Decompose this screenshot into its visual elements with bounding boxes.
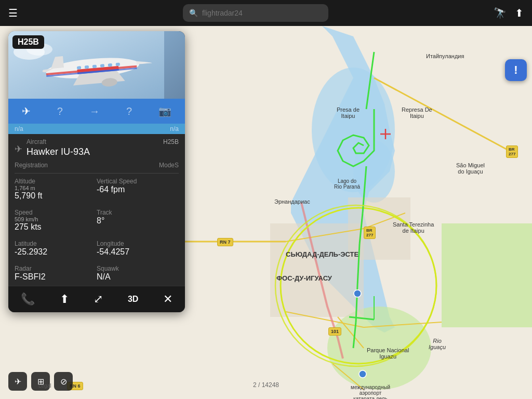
alert-button[interactable]: ! <box>505 59 527 81</box>
map-counter: 2 / 14248 <box>253 381 279 389</box>
filter-button[interactable]: ⊘ <box>54 372 73 391</box>
top-bar-left: ☰ <box>8 7 18 19</box>
tab-question1[interactable]: ? <box>51 103 69 119</box>
map-label-presa-itaipu: Presa deItaipu <box>337 107 360 119</box>
latitude-value: -25.2932 <box>15 247 97 257</box>
registration-label: Registration <box>15 162 48 169</box>
svg-rect-40 <box>108 63 112 67</box>
radar-value: F-SBFI2 <box>15 272 97 282</box>
road-br277-top: BR277 <box>506 145 518 158</box>
speed-kmh: 509 km/h <box>15 216 97 222</box>
top-bar-right: 🔭 ⬆ <box>494 7 524 19</box>
share-panel-icon[interactable]: ⬆ <box>60 292 69 306</box>
speed-cell: Speed 509 km/h 275 kts <box>15 205 97 236</box>
altitude-cell: Altitude 1,764 m 5,790 ft <box>15 174 97 205</box>
tab-route[interactable]: → <box>83 103 106 119</box>
share-icon[interactable]: ⬆ <box>515 7 524 19</box>
aircraft-name: Hawker IU-93A <box>26 147 179 157</box>
tab-airplane[interactable]: ✈ <box>16 103 37 119</box>
longitude-value: -54.4257 <box>97 247 179 257</box>
longitude-cell: Longitude -54.4257 <box>97 236 179 261</box>
svg-rect-41 <box>116 63 120 66</box>
search-bar[interactable]: 🔍 <box>183 4 328 22</box>
search-input[interactable] <box>202 9 322 17</box>
map-label-sao-miguel: São Migueldo Iguaçu <box>456 162 485 175</box>
status-bar: n/a n/a <box>8 124 185 134</box>
altitude-ft: 5,790 ft <box>15 191 97 201</box>
map-label-lago-parana: Lago doRio Paraná <box>334 178 360 190</box>
binoculars-icon[interactable]: 🔭 <box>494 7 507 19</box>
svg-point-27 <box>354 290 361 297</box>
modes-label: ModeS <box>159 162 179 169</box>
latitude-cell: Latitude -25.2932 <box>15 236 97 261</box>
legal-label: Legal <box>38 383 51 389</box>
map-label-represa-itaipu: Represa DeItaipu <box>402 107 432 119</box>
fullscreen-icon[interactable]: ⤢ <box>94 292 103 306</box>
radar-cell: Radar F-SBFI2 <box>15 261 97 286</box>
track-value: 8° <box>97 216 179 225</box>
tab-question2[interactable]: ? <box>120 103 138 119</box>
svg-rect-39 <box>100 64 104 68</box>
panel-bottom-toolbar: 📞 ⬆ ⤢ 3D ✕ <box>8 286 185 312</box>
track-cell: Track 8° <box>97 205 179 236</box>
svg-rect-37 <box>85 65 89 69</box>
speed-kts: 275 kts <box>15 222 97 232</box>
road-br277-mid: BR277 <box>364 227 376 239</box>
map-label-rio-iguazu: RioIguaçu <box>429 338 446 350</box>
plane-code-label: H25B <box>12 35 44 49</box>
3d-button[interactable]: 3D <box>128 295 138 304</box>
search-icon: 🔍 <box>189 9 198 17</box>
aircraft-info: ✈ Aircraft H25B Hawker IU-93A Registrati… <box>8 134 185 173</box>
svg-rect-36 <box>77 66 81 70</box>
map-label-foz: ФОС-ДУ-ИГУАСУ <box>276 274 332 282</box>
map-view-button[interactable]: ✈ <box>8 372 27 391</box>
filter-icon: ⊘ <box>60 377 67 387</box>
svg-point-28 <box>359 370 366 378</box>
map-label-santa-terezinha: Santa Terezinhade Itaipu <box>393 221 434 234</box>
aircraft-side-icon: ✈ <box>15 143 22 155</box>
svg-rect-3 <box>442 223 532 327</box>
map-label-ciudad: СЬЮДАД-ДЕЛЬ-ЭСТЕ <box>286 250 358 258</box>
road-rn7: RN 7 <box>217 238 233 246</box>
road-101: 101 <box>328 327 341 336</box>
aircraft-type-label: Aircraft <box>26 138 46 145</box>
svg-rect-38 <box>92 64 97 68</box>
close-button[interactable]: ✕ <box>163 292 172 306</box>
legal-text[interactable]: Legal <box>38 383 51 389</box>
top-bar: ☰ 🔍 🔭 ⬆ <box>0 0 532 26</box>
data-grid: Altitude 1,764 m 5,790 ft Vertical Speed… <box>8 174 185 286</box>
aircraft-code-value: H25B <box>163 138 179 145</box>
alert-icon: ! <box>514 63 517 77</box>
map-label-parque: Parque NacionalIguazu <box>367 347 409 360</box>
map-label-ernandarias: Эрнандариас <box>274 198 310 205</box>
menu-icon[interactable]: ☰ <box>8 7 18 19</box>
phone-icon[interactable]: 📞 <box>21 292 35 306</box>
map-view-icon: ✈ <box>15 377 21 387</box>
status-left: n/a <box>15 125 23 132</box>
vertical-speed-value: -64 fpm <box>97 185 179 194</box>
aircraft-sub: Registration ModeS <box>15 162 179 169</box>
plane-image: H25B <box>8 31 185 99</box>
altitude-m: 1,764 m <box>15 185 97 191</box>
tab-camera[interactable]: 📷 <box>152 103 178 119</box>
squawk-cell: Squawk N/A <box>97 261 179 286</box>
squawk-value: N/A <box>97 272 179 282</box>
tab-bar: ✈ ? → ? 📷 <box>8 99 185 124</box>
flight-panel: H25B ✈ ? → ? 📷 n/a n/a ✈ Aircraft H25B H… <box>8 31 185 312</box>
map-label-itaipulandia: Итайпуландия <box>426 53 464 59</box>
aircraft-header: Aircraft H25B <box>26 138 179 145</box>
status-right: n/a <box>170 125 179 132</box>
vertical-speed-cell: Vertical Speed -64 fpm <box>97 174 179 205</box>
map-label-airport: международныйаэропорткатарата дельигуацу… <box>351 384 390 399</box>
